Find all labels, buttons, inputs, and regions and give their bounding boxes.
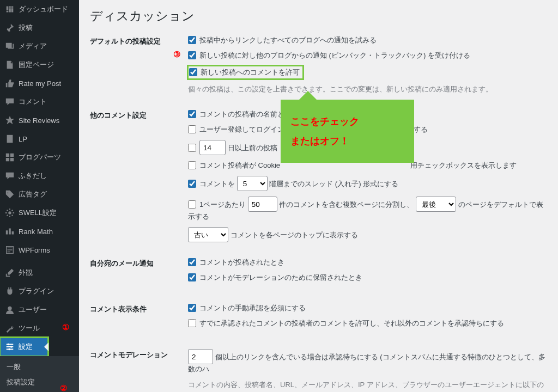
annotation-1: ①: [62, 322, 69, 332]
sel-order[interactable]: 古い: [188, 227, 228, 242]
form-icon: [4, 244, 15, 255]
gear-icon: [4, 207, 15, 218]
sidebar-item-settings[interactable]: 設定: [0, 338, 48, 356]
sel-default-page[interactable]: 最後: [416, 197, 456, 212]
sidebar-item-lp[interactable]: LP: [0, 130, 79, 148]
opt-mail-posted[interactable]: コメントが投稿されたとき: [188, 258, 547, 267]
callout-line2: またはオフ！: [290, 131, 404, 151]
page-title: ディスカッション: [90, 8, 547, 24]
svg-point-1: [8, 307, 11, 310]
sidebar-item-sitereviews[interactable]: Site Reviews: [0, 111, 79, 130]
sidebar-item-dashboard[interactable]: ダッシュボード: [0, 0, 79, 19]
opt-allow-pingback[interactable]: 新しい投稿に対し他のブログからの通知 (ピンバック・トラックバック) を受け付け…: [188, 51, 547, 60]
chk-must-login[interactable]: [188, 125, 196, 133]
opt-mail-held[interactable]: コメントがモデレーションのために保留されたとき: [188, 273, 547, 283]
chk-cookie-optin[interactable]: [188, 161, 196, 169]
sidebar-item-adtag[interactable]: 広告タグ: [0, 185, 79, 204]
opt-notify-blogs[interactable]: 投稿中からリンクしたすべてのブログへの通知を試みる: [188, 35, 547, 45]
sel-thread-depth[interactable]: 5: [237, 176, 268, 191]
sidebar-label: プラグイン: [19, 286, 54, 296]
sidebar-item-posts[interactable]: 投稿: [0, 19, 79, 37]
sidebar-item-fukidashi[interactable]: ふきだし: [0, 167, 79, 185]
sub-reading[interactable]: 表示設定: [0, 390, 79, 392]
sidebar-label: Rank Math: [19, 228, 53, 236]
sidebar-label: Site Reviews: [19, 117, 59, 125]
chk-notify-blogs[interactable]: [188, 36, 196, 44]
sidebar-label: ふきだし: [19, 171, 47, 181]
chk-paginate[interactable]: [188, 200, 196, 209]
annotation-callout: ここをチェック またはオフ！: [281, 100, 414, 163]
section-mail-label: 自分宛のメール通知: [90, 258, 188, 288]
opt-thread[interactable]: コメントを 5 階層までのスレッド (入れ子) 形式にする: [188, 176, 547, 191]
sidebar-item-users[interactable]: ユーザー: [0, 301, 79, 319]
plug-icon: [4, 286, 15, 297]
sidebar-label: ダッシュボード: [19, 4, 68, 14]
star-icon: [4, 115, 15, 126]
section-default-label: デフォルトの投稿設定: [90, 35, 188, 94]
opt-mod-links: 個以上のリンクを含んでいる場合は承認待ちにする (コメントスパムに共通する特徴の…: [188, 349, 547, 374]
chk-close-old[interactable]: [188, 144, 196, 152]
svg-point-2: [8, 344, 10, 346]
opt-allow-comments[interactable]: 新しい投稿へのコメントを許可: [188, 66, 303, 79]
opt-order: 古い コメントを各ページのトップに表示する: [188, 227, 547, 242]
grid-icon: [4, 152, 15, 163]
callout-line1: ここをチェック: [290, 112, 404, 131]
chk-mail-posted[interactable]: [188, 258, 196, 266]
sub-writing[interactable]: 投稿設定: [0, 375, 79, 390]
section-mod-label: コメントモデレーション: [90, 349, 188, 392]
sidebar-item-tools[interactable]: ツール ①: [0, 319, 79, 338]
mod-note: コメントの内容、投稿者名、URL、メールアドレス、IP アドレス、ブラウザーのユ…: [188, 379, 547, 392]
sidebar-item-blogparts[interactable]: ブログパーツ: [0, 148, 79, 167]
chk-thread[interactable]: [188, 180, 196, 188]
num-mod-links[interactable]: [188, 349, 213, 364]
sidebar-item-appearance[interactable]: 外観: [0, 264, 79, 282]
svg-point-4: [8, 348, 10, 351]
main-content: ディスカッション デフォルトの投稿設定 投稿中からリンクしたすべてのブログへの通…: [79, 0, 558, 392]
admin-sidebar: ダッシュボード 投稿 メディア 固定ページ Rate my Post コメント …: [0, 0, 79, 392]
sidebar-label: SWELL設定: [19, 208, 57, 218]
sidebar-item-rankmath[interactable]: Rank Math: [0, 222, 79, 241]
sidebar-item-comments[interactable]: コメント: [0, 93, 79, 111]
default-note: 個々の投稿は、この設定を上書きできます。ここでの変更は、新しい投稿にのみ適用され…: [188, 84, 547, 94]
user-icon: [4, 304, 15, 315]
doc-icon: [4, 133, 15, 144]
opt-paginate[interactable]: 1ページあたり 件のコメントを含む複数ページに分割し、 最後 のページをデフォル…: [188, 197, 547, 222]
media-icon: [4, 41, 15, 52]
sidebar-label: LP: [19, 135, 27, 143]
chk-allow-comments[interactable]: [189, 68, 197, 76]
sidebar-label: ユーザー: [19, 305, 47, 315]
sidebar-label: コメント: [19, 97, 47, 107]
chk-author-name[interactable]: [188, 110, 196, 118]
sidebar-item-ratemypost[interactable]: Rate my Post: [0, 74, 79, 93]
chart-icon: [4, 226, 15, 237]
sidebar-item-pages[interactable]: 固定ページ: [0, 56, 79, 74]
svg-point-3: [10, 346, 13, 348]
sidebar-item-media[interactable]: メディア: [0, 37, 79, 56]
sidebar-label: 投稿: [19, 23, 33, 33]
num-close-days[interactable]: [199, 140, 226, 155]
sidebar-item-swell[interactable]: SWELL設定: [0, 204, 79, 222]
opt-approved-author[interactable]: すでに承認されたコメントの投稿者のコメントを許可し、それ以外のコメントを承認待ち…: [188, 318, 547, 328]
sidebar-label: Rate my Post: [19, 79, 61, 88]
chk-approved-author[interactable]: [188, 319, 196, 327]
sidebar-label: 広告タグ: [19, 189, 47, 199]
sidebar-label: WPForms: [19, 246, 50, 254]
chk-allow-pingback[interactable]: [188, 51, 196, 59]
annotation-3: ③: [173, 50, 180, 59]
bubble-icon: [4, 170, 15, 181]
chk-mail-held[interactable]: [188, 273, 196, 281]
pin-icon: [4, 22, 15, 33]
annotation-2: ②: [60, 383, 67, 392]
svg-point-0: [8, 211, 11, 214]
sub-general[interactable]: 一般: [0, 359, 79, 375]
num-per-page[interactable]: [248, 197, 277, 212]
sidebar-label: メディア: [19, 41, 47, 51]
comment-icon: [4, 96, 15, 107]
sidebar-item-wpforms[interactable]: WPForms: [0, 241, 79, 259]
page-icon: [4, 59, 15, 70]
sidebar-item-plugins[interactable]: プラグイン: [0, 282, 79, 301]
chk-manual-approve[interactable]: [188, 304, 196, 312]
wrench-icon: [4, 323, 15, 334]
section-other-label: 他のコメント設定: [90, 109, 188, 242]
opt-manual-approve[interactable]: コメントの手動承認を必須にする: [188, 303, 547, 313]
